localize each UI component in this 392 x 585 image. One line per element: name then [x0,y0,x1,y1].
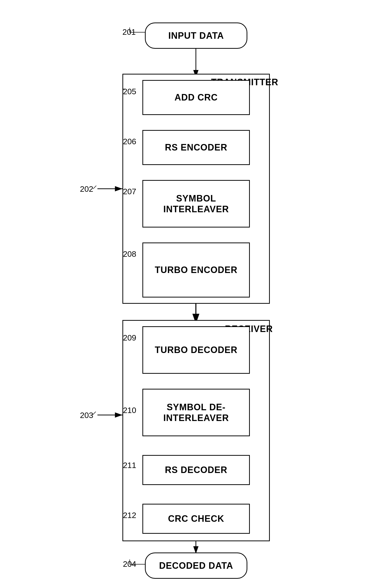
symbol-deinterleaver-box: SYMBOL DE-INTERLEAVER [142,389,250,436]
ref-206: 206 [123,137,136,146]
rs-encoder-box: RS ENCODER [142,130,250,165]
turbo-decoder-label: TURBO DECODER [155,344,237,355]
diagram-container: INPUT DATA 201 TRANSMITTER 202 ADD CRC 2… [0,0,392,585]
ref-207: 207 [123,187,136,196]
ref-209: 209 [123,333,136,342]
rs-encoder-label: RS ENCODER [165,142,227,153]
rs-decoder-box: RS DECODER [142,455,250,485]
input-data-label: INPUT DATA [168,30,224,41]
ref-210: 210 [123,406,136,415]
ref-205: 205 [123,87,136,96]
crc-check-box: CRC CHECK [142,504,250,534]
ref-208: 208 [123,250,136,259]
crc-check-label: CRC CHECK [168,513,224,524]
turbo-encoder-label: TURBO ENCODER [155,265,237,275]
decoded-data-pill: DECODED DATA [145,552,247,579]
input-data-pill: INPUT DATA [145,23,247,49]
symbol-interleaver-box: SYMBOL INTERLEAVER [142,180,250,228]
turbo-decoder-box: TURBO DECODER [142,326,250,374]
rs-decoder-label: RS DECODER [165,464,227,475]
ref-211: 211 [123,461,136,470]
ref-212: 212 [123,511,136,520]
turbo-encoder-box: TURBO ENCODER [142,243,250,297]
decoded-data-label: DECODED DATA [159,560,233,571]
add-crc-label: ADD CRC [175,92,218,103]
ref-203: 203 [80,411,93,420]
symbol-interleaver-label: SYMBOL INTERLEAVER [143,193,249,215]
add-crc-box: ADD CRC [142,80,250,115]
ref-202: 202 [80,185,93,194]
symbol-deinterleaver-label: SYMBOL DE-INTERLEAVER [143,402,249,423]
